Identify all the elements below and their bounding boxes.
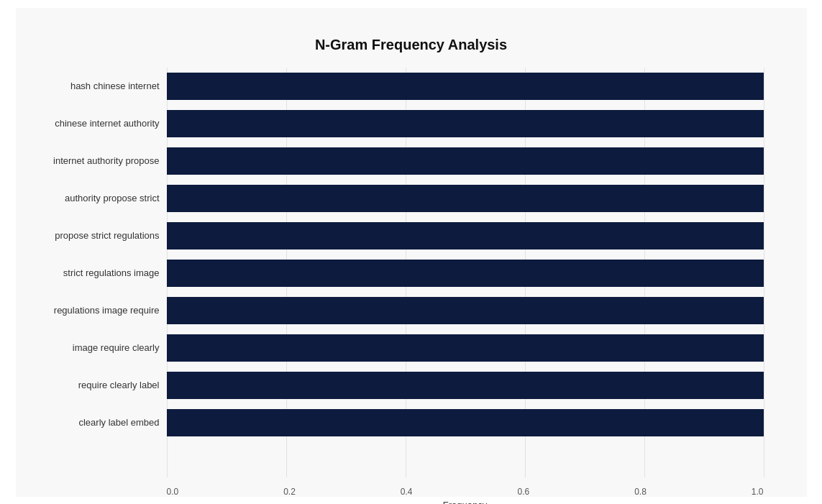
bar-label: image require clearly	[23, 342, 167, 353]
x-axis-tick: 1.0	[752, 487, 764, 497]
table-row: clearly label embed	[167, 404, 764, 441]
bar-track	[167, 297, 764, 324]
bar-fill	[167, 260, 764, 287]
bar-fill	[167, 73, 764, 100]
bar-track	[167, 409, 764, 436]
bar-fill	[167, 297, 764, 324]
bars-area: hash chinese internetchinese internet au…	[167, 68, 764, 477]
bar-track	[167, 260, 764, 287]
x-axis: 0.00.20.40.60.81.0 Frequency	[167, 483, 764, 505]
gridline-100	[764, 68, 764, 477]
bar-fill	[167, 110, 764, 137]
bar-fill	[167, 185, 764, 212]
table-row: authority propose strict	[167, 180, 764, 217]
bar-label: clearly label embed	[23, 417, 167, 428]
bar-label: chinese internet authority	[23, 118, 167, 129]
bar-label: authority propose strict	[23, 193, 167, 203]
bar-fill	[167, 222, 764, 249]
x-axis-ticks: 0.00.20.40.60.81.0	[167, 483, 764, 497]
table-row: require clearly label	[167, 367, 764, 404]
table-row: strict regulations image	[167, 255, 764, 292]
bar-label: hash chinese internet	[23, 81, 167, 91]
bar-label: strict regulations image	[23, 267, 167, 278]
bar-track	[167, 222, 764, 249]
table-row: hash chinese internet	[167, 68, 764, 105]
x-axis-tick: 0.0	[167, 487, 179, 497]
bar-label: internet authority propose	[23, 155, 167, 166]
table-row: chinese internet authority	[167, 105, 764, 142]
bars-wrapper: hash chinese internetchinese internet au…	[167, 68, 764, 441]
bar-track	[167, 334, 764, 362]
bar-track	[167, 147, 764, 175]
x-axis-tick: 0.6	[517, 487, 529, 497]
bar-fill	[167, 409, 764, 436]
chart-container: N-Gram Frequency Analysis hash chinese i…	[16, 8, 807, 497]
table-row: internet authority propose	[167, 142, 764, 180]
bar-label: require clearly label	[23, 380, 167, 390]
x-axis-tick: 0.4	[401, 487, 413, 497]
x-axis-tick: 0.2	[283, 487, 296, 497]
table-row: image require clearly	[167, 329, 764, 367]
bar-track	[167, 73, 764, 100]
table-row: propose strict regulations	[167, 217, 764, 255]
bar-fill	[167, 147, 764, 175]
bar-label: propose strict regulations	[23, 230, 167, 241]
bar-track	[167, 110, 764, 137]
table-row: regulations image require	[167, 292, 764, 329]
bar-track	[167, 185, 764, 212]
bar-fill	[167, 372, 764, 399]
chart-title: N-Gram Frequency Analysis	[59, 37, 764, 53]
x-axis-tick: 0.8	[634, 487, 647, 497]
bar-fill	[167, 334, 764, 362]
bar-track	[167, 372, 764, 399]
bar-label: regulations image require	[23, 305, 167, 316]
x-axis-label: Frequency	[167, 500, 764, 505]
